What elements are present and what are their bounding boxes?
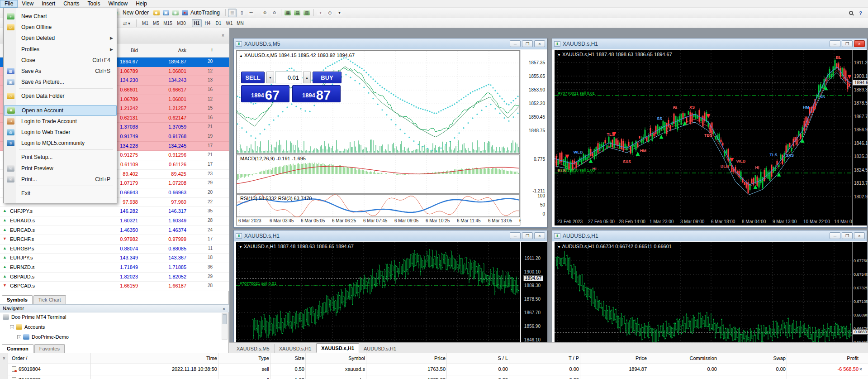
- terminal-col-order[interactable]: Order /: [12, 355, 93, 361]
- navigator-item-accounts[interactable]: -Accounts: [10, 322, 227, 331]
- expert-advisors-icon[interactable]: ◆: [152, 9, 161, 17]
- m5-chart-canvas[interactable]: ▲ XAUUSD.s,M5 1894.15 1895.42 1893.92 18…: [236, 50, 520, 225]
- market-watch-row[interactable]: ▲EURNZD.s1.718491.7188536: [0, 263, 229, 273]
- market-watch-row[interactable]: ▲EURCAD.s1.463501.4637424: [0, 226, 229, 235]
- dropdown-icon[interactable]: ▾: [335, 9, 344, 17]
- chart-window-xauusd-h1-small[interactable]: ▮ XAUUSD.s,H1 ─ ❒ × ▼ XAUUSD.s,H1 1887.4…: [233, 230, 547, 342]
- terminal-col-price[interactable]: Price: [370, 355, 446, 361]
- lot-down-button[interactable]: ▼: [266, 72, 274, 83]
- timeframe-m1[interactable]: M1: [140, 19, 150, 27]
- tab-tick-chart[interactable]: Tick Chart: [33, 295, 66, 304]
- h1-small-chart-canvas[interactable]: ▼ XAUUSD.s,H1 1887.48 1898.63 1886.65 18…: [236, 242, 520, 342]
- market-watch-row[interactable]: ▲GBPAUD.s1.820231.8205229: [0, 273, 229, 282]
- minimize-icon[interactable]: ─: [830, 40, 840, 47]
- file-menu-item-login-to-web-trader[interactable]: ◍Login to Web Trader: [4, 127, 117, 138]
- charts-shift-icon[interactable]: ⇄ ▾: [120, 19, 133, 27]
- close-icon[interactable]: ×: [534, 40, 545, 47]
- sell-price[interactable]: 189467: [241, 85, 289, 102]
- timeframe-m15[interactable]: M15: [162, 19, 174, 27]
- autotrading-button[interactable]: AutoTrading: [190, 10, 220, 16]
- tab-common[interactable]: Common: [2, 344, 33, 353]
- file-menu-item-close[interactable]: CloseCtrl+F4: [4, 55, 117, 66]
- minimize-icon[interactable]: ─: [830, 232, 840, 239]
- file-menu-item-open-deleted[interactable]: Open Deleted▶: [4, 33, 117, 43]
- chart-window-titlebar[interactable]: ▮ AUDUSD.s,H1 ─ ❒ ×: [552, 230, 867, 241]
- terminal-col-type[interactable]: Type: [222, 355, 269, 361]
- lot-up-button[interactable]: ▲: [303, 72, 311, 83]
- file-menu-item-print-setup-[interactable]: Print Setup...: [4, 152, 117, 163]
- bar-chart-icon[interactable]: 𝄙: [228, 9, 237, 17]
- close-icon[interactable]: ×: [854, 232, 865, 239]
- buy-price[interactable]: 189487: [292, 85, 341, 102]
- tree-expander-icon[interactable]: +: [17, 335, 21, 339]
- terminal-col-profit[interactable]: Profit: [790, 355, 859, 361]
- chart-tab-xauusd-s-h1[interactable]: XAUUSD.s,H1: [275, 344, 317, 353]
- market-watch-row[interactable]: ▲EURJPY.s143.349143.36718: [0, 254, 229, 263]
- close-icon[interactable]: ×: [534, 232, 545, 239]
- chart-window-xauusd-m5[interactable]: ▮ XAUUSD.s,M5 ─ ❒ × ▲ XAUUSD.s,M5 1894.1…: [233, 38, 547, 228]
- menu-help[interactable]: Help: [132, 0, 151, 8]
- zoom-in-icon[interactable]: ⊕: [261, 9, 269, 17]
- terminal-col-swap[interactable]: Swap: [721, 355, 786, 361]
- chart-window-titlebar[interactable]: ▮ XAUUSD.s,H1 ─ ❒ ×: [234, 230, 547, 241]
- close-position-icon[interactable]: ×: [859, 367, 862, 372]
- mw-header-ask[interactable]: Ask: [158, 48, 186, 53]
- file-menu-item-new-chart[interactable]: ＋New Chart: [4, 11, 117, 22]
- restore-icon[interactable]: ❒: [842, 40, 853, 47]
- periods-icon[interactable]: ◷: [326, 9, 334, 17]
- terminal-col-time[interactable]: Time: [94, 355, 217, 361]
- terminal-col-sl[interactable]: S / L: [450, 355, 508, 361]
- terminal-order-row[interactable]: 650198042022.11.18 10:38:50sell0.50xauus…: [8, 365, 868, 375]
- menu-charts[interactable]: Charts: [59, 0, 83, 8]
- menu-window[interactable]: Window: [104, 0, 132, 8]
- sell-button[interactable]: SELL: [241, 72, 265, 83]
- terminal-icon[interactable]: ▣: [161, 9, 170, 17]
- tile-windows-icon[interactable]: ▦: [284, 9, 292, 17]
- autotrading-icon[interactable]: ●: [180, 9, 189, 17]
- timeframe-m30[interactable]: M30: [175, 19, 187, 27]
- navigator-scrollbar[interactable]: [222, 313, 228, 340]
- buy-button[interactable]: BUY: [313, 72, 342, 83]
- navigator-close-icon[interactable]: ×: [221, 306, 227, 312]
- new-order-button[interactable]: New Order: [123, 10, 149, 16]
- terminal-col-size[interactable]: Size: [274, 355, 304, 361]
- file-menu-item-login-to-trade-account[interactable]: ➜Login to Trade Account: [4, 116, 117, 127]
- cascade-windows-icon[interactable]: ▤: [293, 9, 302, 17]
- timeframe-h1[interactable]: H1: [192, 19, 202, 27]
- navigator-item-dooprime-demo[interactable]: +DooPrime-Demo: [17, 332, 234, 341]
- file-menu-item-open-data-folder[interactable]: ▱Open Data Folder: [4, 91, 117, 101]
- market-watch-row[interactable]: ▼GBPCAD.s1.661591.6618728: [0, 282, 229, 291]
- file-menu-item-save-as-picture-[interactable]: ▣Save As Picture...: [4, 77, 117, 87]
- file-menu-item-open-an-account[interactable]: ☻Open an Account: [4, 105, 117, 116]
- timeframe-w1[interactable]: W1: [224, 19, 234, 27]
- menu-view[interactable]: View: [18, 0, 38, 8]
- mw-header-spread[interactable]: !: [194, 48, 213, 53]
- market-watch-close-icon[interactable]: ×: [220, 32, 226, 38]
- chart-window-titlebar[interactable]: ▮ XAUUSD.s,H1 ─ ❒ ×: [552, 38, 867, 49]
- tab-favorites[interactable]: Favorites: [34, 344, 65, 353]
- line-chart-icon[interactable]: 〜: [247, 9, 256, 17]
- restore-icon[interactable]: ❒: [842, 232, 853, 239]
- file-menu-item-open-offline[interactable]: ▱Open Offline: [4, 22, 117, 33]
- minimize-icon[interactable]: ─: [510, 232, 521, 239]
- audusd-chart-canvas[interactable]: ▼ AUDUSD.s,H1 0.66734 0.66742 0.66511 0.…: [555, 242, 852, 342]
- timeframe-d1[interactable]: D1: [213, 19, 223, 27]
- terminal-col-symbol[interactable]: Symbol: [309, 355, 365, 361]
- tree-expander-icon[interactable]: -: [10, 325, 14, 329]
- chart-tab-audusd-s-h1[interactable]: AUDUSD.s,H1: [359, 344, 401, 353]
- market-watch-row[interactable]: ▲CHFJPY.s146.282146.31735: [0, 207, 229, 216]
- file-menu-item-save-as[interactable]: ▦Save AsCtrl+S: [4, 66, 117, 77]
- menu-insert[interactable]: Insert: [38, 0, 59, 8]
- market-watch-row[interactable]: ▲EURGBP.s0.880740.8808511: [0, 245, 229, 254]
- market-watch-row[interactable]: ▼EURCHF.s0.979820.9799917: [0, 235, 229, 245]
- file-menu-item-print-[interactable]: ⎙Print...Ctrl+P: [4, 174, 117, 185]
- terminal-col-price2[interactable]: Price: [583, 355, 647, 361]
- menu-file[interactable]: File: [0, 0, 18, 8]
- terminal-col-tp[interactable]: T / P: [512, 355, 579, 361]
- indicators-icon[interactable]: ＋: [316, 9, 325, 17]
- timeframe-mn[interactable]: MN: [235, 19, 245, 27]
- chart-tab-xauusd-s-m5[interactable]: XAUUSD.s,M5: [232, 344, 275, 353]
- chart-tab-xauusd-s-h1[interactable]: XAUUSD.s,H1: [316, 343, 359, 353]
- timeframe-h4[interactable]: H4: [203, 19, 213, 27]
- close-icon[interactable]: ×: [854, 40, 865, 47]
